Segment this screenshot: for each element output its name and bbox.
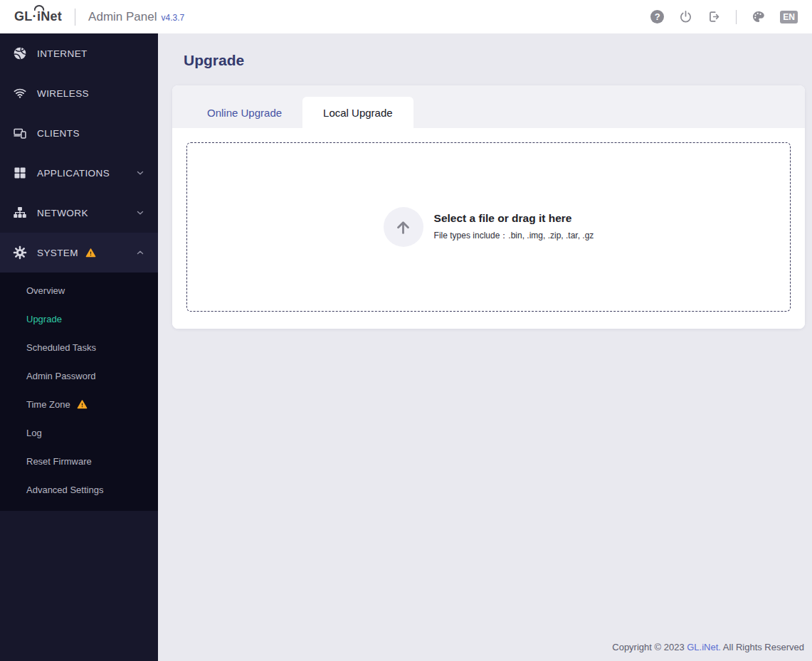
submenu-item-scheduled-tasks[interactable]: Scheduled Tasks [0, 333, 158, 361]
copyright-prefix: Copyright © 2023 [612, 642, 687, 652]
upload-arrow-icon [384, 207, 423, 247]
app-version: v4.3.7 [162, 13, 185, 23]
sidebar-item-internet[interactable]: INTERNET [0, 33, 158, 73]
chevron-down-icon [135, 168, 145, 178]
chevron-down-icon [135, 208, 145, 218]
gear-icon [13, 245, 27, 260]
submenu-item-label: Log [26, 428, 42, 438]
main-content: Upgrade Online Upgrade Local Upgrade Sel… [158, 33, 812, 661]
dropzone-title: Select a file or drag it here [434, 212, 594, 225]
sidebar-item-wireless[interactable]: WIRELESS [0, 73, 158, 113]
submenu-item-log[interactable]: Log [0, 418, 158, 447]
warning-icon [77, 399, 88, 410]
footer-copyright: Copyright © 2023 GL.iNet. All Rights Res… [158, 642, 812, 661]
submenu-item-overview[interactable]: Overview [0, 276, 158, 305]
submenu-item-label: Scheduled Tasks [26, 342, 96, 353]
theme-palette-icon[interactable] [752, 10, 765, 23]
sidebar-item-label: SYSTEM [37, 248, 78, 258]
logout-icon[interactable] [707, 10, 721, 23]
submenu-item-label: Time Zone [26, 399, 70, 410]
submenu-item-label: Admin Password [26, 371, 96, 381]
logo-text-suffix: Net [41, 9, 62, 24]
sidebar-item-label: CLIENTS [37, 128, 80, 139]
app-logo: GL·iNet [14, 9, 62, 24]
submenu-item-label: Reset Firmware [26, 456, 92, 467]
upgrade-card: Online Upgrade Local Upgrade Select a fi… [172, 85, 805, 329]
submenu-item-advanced-settings[interactable]: Advanced Settings [0, 475, 158, 504]
network-icon [13, 206, 27, 220]
page-title: Upgrade [184, 52, 812, 69]
glinet-link[interactable]: GL.iNet. [687, 642, 721, 652]
sidebar-item-applications[interactable]: APPLICATIONS [0, 153, 158, 193]
language-selector[interactable]: EN [780, 11, 798, 23]
submenu-item-time-zone[interactable]: Time Zone [0, 390, 158, 418]
wifi-icon [13, 86, 27, 100]
submenu-item-admin-password[interactable]: Admin Password [0, 361, 158, 390]
power-icon[interactable] [679, 10, 692, 23]
header-icons-divider [736, 10, 737, 24]
dropzone-content: Select a file or drag it here File types… [384, 207, 594, 247]
sidebar-item-label: APPLICATIONS [37, 168, 110, 179]
local-upgrade-panel: Select a file or drag it here File types… [172, 128, 805, 329]
sidebar-item-clients[interactable]: CLIENTS [0, 113, 158, 153]
copyright-suffix: All Rights Reserved [721, 642, 804, 652]
warning-icon [85, 248, 96, 258]
globe-icon [13, 46, 27, 60]
logo-text: GL· [14, 9, 37, 24]
submenu-item-reset-firmware[interactable]: Reset Firmware [0, 447, 158, 475]
submenu-item-label: Advanced Settings [26, 485, 103, 495]
tab-local-upgrade[interactable]: Local Upgrade [302, 97, 413, 128]
upgrade-tabbar: Online Upgrade Local Upgrade [172, 85, 805, 128]
sidebar-item-network[interactable]: NETWORK [0, 193, 158, 233]
dropzone-filetypes: File types include：.bin, .img, .zip, .ta… [434, 230, 594, 242]
sidebar-item-label: WIRELESS [37, 88, 89, 99]
submenu-item-label: Upgrade [26, 314, 62, 324]
app-title-text: Admin Panel [88, 10, 157, 23]
tab-online-upgrade[interactable]: Online Upgrade [186, 97, 302, 128]
submenu-item-upgrade[interactable]: Upgrade [0, 305, 158, 333]
sidebar-item-label: INTERNET [37, 48, 88, 59]
sidebar-nav: INTERNET WIRELESS CLIENTS APPLICATIONS N… [0, 33, 158, 661]
file-dropzone[interactable]: Select a file or drag it here File types… [186, 142, 791, 312]
header-actions: ? EN [650, 10, 798, 24]
devices-icon [13, 126, 27, 140]
top-header: GL·iNet Admin Panelv4.3.7 ? EN [0, 0, 812, 33]
sidebar-item-system[interactable]: SYSTEM [0, 233, 158, 273]
dropzone-text: Select a file or drag it here File types… [434, 212, 594, 242]
system-submenu: Overview Upgrade Scheduled Tasks Admin P… [0, 273, 158, 511]
help-icon[interactable]: ? [650, 10, 664, 23]
logo-i-with-arc: i [37, 9, 41, 24]
chevron-up-icon [135, 248, 145, 258]
submenu-item-label: Overview [26, 285, 65, 296]
app-title: Admin Panelv4.3.7 [88, 10, 184, 24]
main-spacer [158, 329, 812, 642]
header-divider [75, 9, 75, 26]
sidebar-item-label: NETWORK [37, 208, 88, 218]
apps-grid-icon [13, 166, 27, 180]
